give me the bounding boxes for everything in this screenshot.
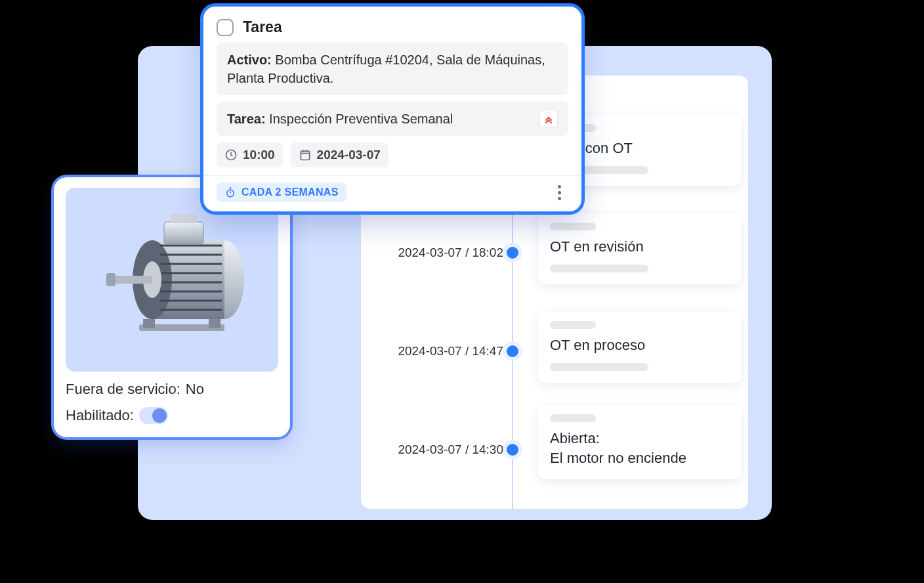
calendar-icon	[299, 148, 312, 162]
skeleton-bar	[550, 321, 596, 329]
task-header-label: Tarea	[243, 18, 282, 36]
timeline-card[interactable]: OT en proceso	[538, 312, 742, 383]
timeline-item: 2024-03-07 / 18:02 OT en revisión	[361, 213, 748, 292]
asset-enabled-row: Habilitado:	[66, 407, 278, 424]
task-frequency-label: CADA 2 SEMANAS	[242, 186, 339, 198]
dot-icon	[558, 191, 561, 194]
more-menu-button[interactable]	[550, 183, 568, 202]
task-time-value: 10:00	[243, 148, 275, 162]
task-checkbox[interactable]	[217, 19, 234, 36]
svg-rect-2	[209, 319, 220, 328]
task-asset-label: Activo:	[227, 53, 272, 67]
dot-icon	[558, 185, 561, 188]
task-asset-value: Bomba Centrífuga #10204, Sala de Máquina…	[227, 53, 545, 85]
svg-rect-18	[171, 214, 197, 223]
timeline-dot-icon	[507, 247, 518, 259]
svg-rect-16	[106, 273, 116, 286]
timeline-card[interactable]: Abierta: El motor no enciende	[538, 405, 742, 479]
task-time-chip[interactable]: 10:00	[217, 142, 283, 167]
task-card[interactable]: Tarea Activo: Bomba Centrífuga #10204, S…	[203, 7, 581, 211]
timeline-dot-icon	[507, 444, 518, 456]
skeleton-bar	[550, 363, 648, 371]
skeleton-bar	[550, 265, 648, 272]
timeline-card-title: OT en revisión	[550, 237, 730, 257]
asset-out-of-service-row: Fuera de servicio: No	[66, 381, 278, 398]
timeline-dot-icon	[507, 345, 518, 357]
timeline-item: 2024-03-07 / 14:47 OT en proceso	[361, 312, 748, 391]
timeline-card[interactable]: OT en revisión	[538, 213, 742, 284]
stopwatch-icon	[224, 186, 236, 198]
clock-icon	[224, 148, 238, 162]
task-date-value: 2024-03-07	[317, 148, 381, 162]
task-name-label: Tarea:	[227, 112, 266, 126]
task-date-chip[interactable]: 2024-03-07	[291, 142, 388, 167]
skeleton-bar	[550, 414, 596, 422]
timeline-card-title: Abierta: El motor no enciende	[550, 429, 730, 467]
timeline-timestamp: 2024-03-07 / 14:47	[398, 344, 503, 358]
timeline-timestamp: 2024-03-07 / 18:02	[398, 246, 503, 260]
enabled-toggle[interactable]	[139, 407, 168, 424]
svg-rect-17	[164, 222, 203, 244]
asset-image	[66, 188, 278, 372]
dot-icon	[558, 197, 561, 200]
priority-high-icon[interactable]	[539, 110, 558, 128]
asset-card[interactable]: Fuera de servicio: No Habilitado:	[54, 177, 290, 437]
svg-rect-20	[301, 151, 309, 160]
out-of-service-value: No	[186, 381, 204, 398]
task-name-value: Inspección Preventiva Semanal	[269, 112, 453, 126]
task-footer: CADA 2 SEMANAS	[203, 175, 581, 204]
task-asset-block: Activo: Bomba Centrífuga #10204, Sala de…	[217, 43, 568, 95]
task-frequency-chip[interactable]: CADA 2 SEMANAS	[217, 183, 346, 202]
out-of-service-label: Fuera de servicio:	[66, 381, 180, 398]
skeleton-bar	[550, 223, 596, 230]
task-header: Tarea	[217, 18, 568, 36]
svg-rect-1	[143, 319, 155, 328]
timeline-timestamp: 2024-03-07 / 14:30	[398, 443, 503, 457]
toggle-knob-icon	[152, 408, 167, 423]
task-name-block: Tarea: Inspección Preventiva Semanal	[217, 102, 568, 136]
timeline-card-title: OT en proceso	[550, 335, 730, 355]
motor-icon	[87, 207, 257, 352]
enabled-label: Habilitado:	[66, 407, 134, 424]
timeline-item: 2024-03-07 / 14:30 Abierta: El motor no …	[361, 410, 748, 489]
task-chip-row: 10:00 2024-03-07	[217, 142, 568, 167]
svg-rect-15	[113, 276, 152, 284]
